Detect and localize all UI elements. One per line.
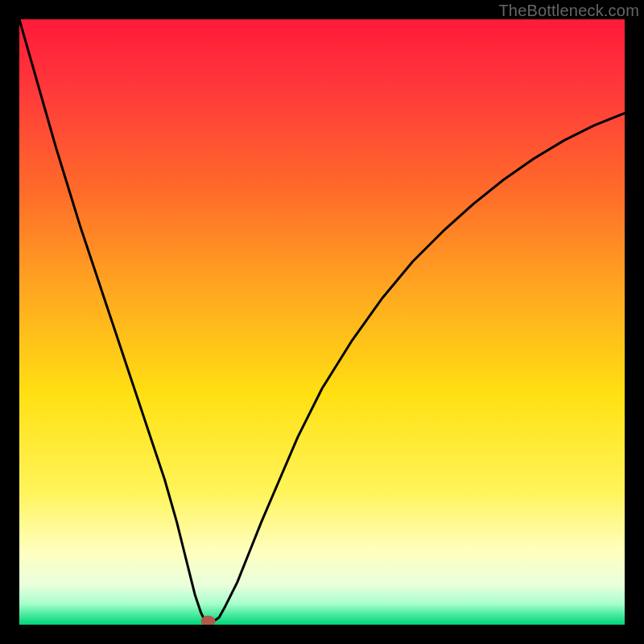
gradient-background: [19, 19, 625, 625]
chart-svg: [19, 19, 625, 625]
chart-frame: TheBottleneck.com: [0, 0, 644, 644]
plot-area: [19, 19, 625, 625]
watermark-text: TheBottleneck.com: [498, 2, 639, 20]
